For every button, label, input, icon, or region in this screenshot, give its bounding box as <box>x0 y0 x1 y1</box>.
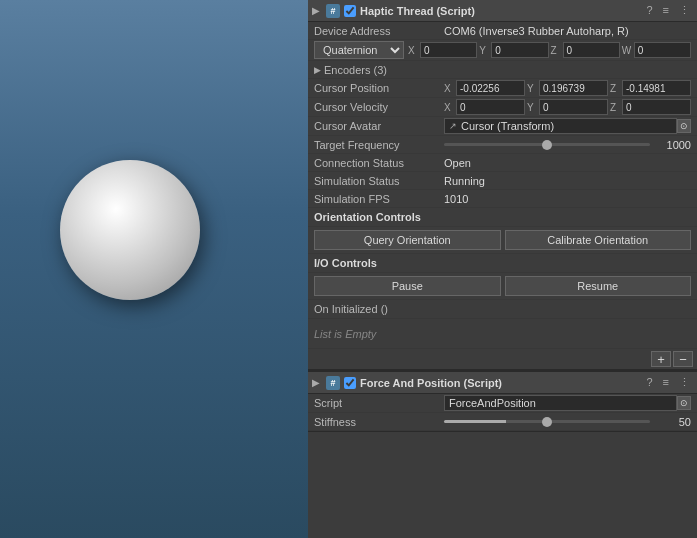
simulation-status-label: Simulation Status <box>314 175 444 187</box>
force-position-title: Force And Position (Script) <box>360 377 639 389</box>
cp-x-value: -0.02256 <box>456 80 525 96</box>
cv-y-value: 0 <box>539 99 608 115</box>
device-address-label: Device Address <box>314 25 444 37</box>
quaternion-dropdown[interactable]: Quaternion Euler <box>314 41 404 59</box>
cv-x-value: 0 <box>456 99 525 115</box>
query-orientation-button[interactable]: Query Orientation <box>314 230 501 250</box>
fp-script-row: Script ForceAndPosition ⊙ <box>308 394 697 413</box>
stiffness-row: Stiffness 50 <box>308 413 697 431</box>
cp-y-value: 0.196739 <box>539 80 608 96</box>
orientation-controls-label: Orientation Controls <box>314 211 421 223</box>
add-event-button[interactable]: + <box>651 351 671 367</box>
cp-y-label: Y <box>527 83 537 94</box>
list-empty-text: List is Empty <box>308 319 697 349</box>
resume-button[interactable]: Resume <box>505 276 692 296</box>
connection-status-label: Connection Status <box>314 157 444 169</box>
on-initialized-label: On Initialized () <box>314 303 388 315</box>
cv-z-label: Z <box>610 102 620 113</box>
fp-component-enabled-checkbox[interactable] <box>344 377 356 389</box>
cursor-avatar-row: Cursor Avatar ↗ Cursor (Transform) ⊙ <box>308 117 697 136</box>
event-footer: + − <box>308 349 697 370</box>
object-picker-button[interactable]: ⊙ <box>677 119 691 133</box>
fp-object-picker-button[interactable]: ⊙ <box>677 396 691 410</box>
fp-help-icon[interactable]: ? <box>643 375 655 390</box>
on-initialized-header: On Initialized () <box>308 300 697 319</box>
target-frequency-row: Target Frequency 1000 <box>308 136 697 154</box>
cursor-avatar-label: Cursor Avatar <box>314 120 444 132</box>
fp-script-field: ForceAndPosition <box>444 395 677 411</box>
haptic-thread-component: ▶ # Haptic Thread (Script) ? ≡ ⋮ Device … <box>308 0 697 372</box>
orientation-button-row: Query Orientation Calibrate Orientation <box>308 227 697 254</box>
simulation-status-row: Simulation Status Running <box>308 172 697 190</box>
cp-z-label: Z <box>610 83 620 94</box>
collapse-arrow-icon[interactable]: ▶ <box>312 5 322 16</box>
fp-collapse-arrow-icon[interactable]: ▶ <box>312 377 322 388</box>
transform-icon: ↗ <box>449 121 457 131</box>
menu-icon[interactable]: ⋮ <box>676 3 693 18</box>
fp-menu-icon[interactable]: ⋮ <box>676 375 693 390</box>
list-empty-label: List is Empty <box>314 328 376 340</box>
on-initialized-section: On Initialized () List is Empty + − <box>308 300 697 371</box>
simulation-fps-row: Simulation FPS 1010 <box>308 190 697 208</box>
target-frequency-value: 1000 <box>656 139 691 151</box>
encoders-row: ▶ Encoders (3) <box>308 61 697 79</box>
device-address-row: Device Address COM6 (Inverse3 Rubber Aut… <box>308 22 697 40</box>
io-controls-label: I/O Controls <box>314 257 377 269</box>
x-label: X <box>408 45 418 56</box>
sphere-object <box>60 160 200 300</box>
target-frequency-label: Target Frequency <box>314 139 444 151</box>
cp-z-value: -0.14981 <box>622 80 691 96</box>
stiffness-slider[interactable] <box>444 420 650 423</box>
encoders-arrow-icon[interactable]: ▶ <box>314 65 324 75</box>
calibrate-orientation-button[interactable]: Calibrate Orientation <box>505 230 692 250</box>
z-label: Z <box>551 45 561 56</box>
w-label: W <box>622 45 632 56</box>
cursor-avatar-value: Cursor (Transform) <box>461 120 672 132</box>
quat-w-value: 0 <box>634 42 691 58</box>
cursor-velocity-label: Cursor Velocity <box>314 101 444 113</box>
fp-settings-icon[interactable]: ≡ <box>660 375 672 390</box>
simulation-status-value: Running <box>444 175 691 187</box>
quat-x-value: 0 <box>420 42 477 58</box>
simulation-fps-label: Simulation FPS <box>314 193 444 205</box>
io-controls-header: I/O Controls <box>308 254 697 273</box>
device-address-value: COM6 (Inverse3 Rubber Autoharp, R) <box>444 25 691 37</box>
encoders-label: Encoders (3) <box>324 64 387 76</box>
inspector-panel: ▶ # Haptic Thread (Script) ? ≡ ⋮ Device … <box>308 0 697 538</box>
quat-z-value: 0 <box>563 42 620 58</box>
connection-status-row: Connection Status Open <box>308 154 697 172</box>
fp-script-label: Script <box>314 397 444 409</box>
fp-header-icons: ? ≡ ⋮ <box>643 375 693 390</box>
y-label: Y <box>479 45 489 56</box>
component-enabled-checkbox[interactable] <box>344 5 356 17</box>
quaternion-row: Quaternion Euler X 0 Y 0 Z 0 W 0 <box>308 40 697 61</box>
stiffness-value: 50 <box>656 416 691 428</box>
stiffness-slider-container: 50 <box>444 416 691 428</box>
force-position-component: ▶ # Force And Position (Script) ? ≡ ⋮ Sc… <box>308 372 697 432</box>
pause-button[interactable]: Pause <box>314 276 501 296</box>
quat-y-value: 0 <box>491 42 548 58</box>
cv-z-value: 0 <box>622 99 691 115</box>
cursor-position-label: Cursor Position <box>314 82 444 94</box>
help-icon[interactable]: ? <box>643 3 655 18</box>
fp-script-value: ForceAndPosition <box>449 397 672 409</box>
haptic-thread-title: Haptic Thread (Script) <box>360 5 639 17</box>
settings-icon[interactable]: ≡ <box>660 3 672 18</box>
cv-x-label: X <box>444 102 454 113</box>
cursor-avatar-field: ↗ Cursor (Transform) <box>444 118 677 134</box>
force-position-header: ▶ # Force And Position (Script) ? ≡ ⋮ <box>308 372 697 394</box>
unity-viewport <box>0 0 308 538</box>
header-icons: ? ≡ ⋮ <box>643 3 693 18</box>
simulation-fps-value: 1010 <box>444 193 691 205</box>
target-frequency-slider[interactable] <box>444 143 650 146</box>
script-icon: # <box>326 4 340 18</box>
stiffness-label: Stiffness <box>314 416 444 428</box>
io-button-row: Pause Resume <box>308 273 697 300</box>
cp-x-label: X <box>444 83 454 94</box>
target-frequency-slider-container: 1000 <box>444 139 691 151</box>
remove-event-button[interactable]: − <box>673 351 693 367</box>
haptic-thread-header: ▶ # Haptic Thread (Script) ? ≡ ⋮ <box>308 0 697 22</box>
cursor-velocity-row: Cursor Velocity X 0 Y 0 Z 0 <box>308 98 697 117</box>
orientation-controls-header: Orientation Controls <box>308 208 697 227</box>
cv-y-label: Y <box>527 102 537 113</box>
